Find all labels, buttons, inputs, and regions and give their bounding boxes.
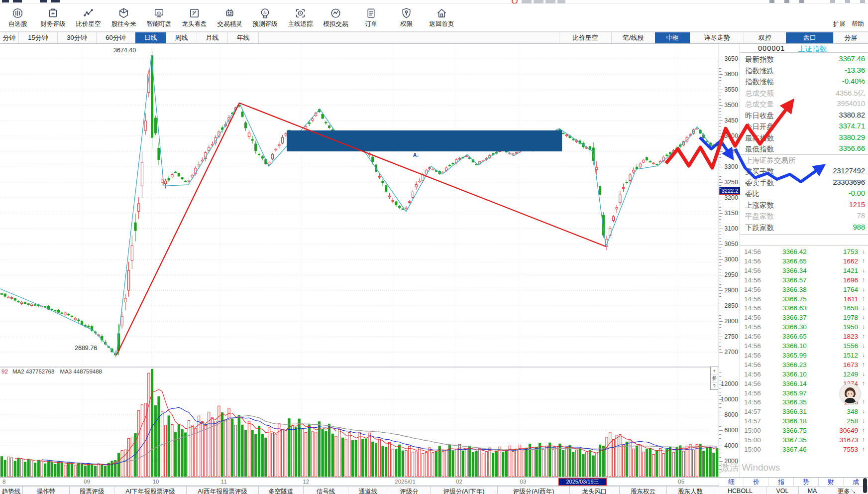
mini-tab-财[interactable]: 财 <box>818 478 843 486</box>
mode-tab-笔/线段[interactable]: 笔/线段 <box>611 32 655 43</box>
indicator-tab-通道线[interactable]: 通道线 <box>348 487 388 494</box>
mode-tab-双控[interactable]: 双控 <box>744 32 786 43</box>
indicator-tab-信号线[interactable]: 信号线 <box>304 487 348 494</box>
tick-price: 3366.57 <box>782 276 807 284</box>
toolbar-item-target[interactable]: 主线追踪 <box>283 7 318 28</box>
toolbar-item-watchlist[interactable]: 自选股 <box>0 7 35 28</box>
window-menu-icon[interactable] <box>13 0 22 2</box>
assistant-avatar[interactable] <box>840 383 861 404</box>
toolbar-item-ai[interactable]: AI预测评级 <box>247 7 283 28</box>
timeframe-tab-年线[interactable]: 年线 <box>228 32 259 43</box>
tick-row: 14:563366.301950↓ <box>740 323 868 333</box>
axis-tick <box>719 164 721 164</box>
toolbar-item-perm[interactable]: 权限 <box>389 7 424 28</box>
mini-tab-指[interactable]: 指 <box>768 478 793 486</box>
axis-tick <box>719 62 721 62</box>
axis-tick <box>719 287 721 288</box>
titlebar-bell-icon[interactable] <box>784 0 789 3</box>
indicator-tab-MA[interactable]: MA <box>799 487 826 494</box>
titlebar-user-icon[interactable] <box>769 0 774 3</box>
chart-high-label: 3674.40 <box>113 47 136 54</box>
scrollbar-thumb[interactable] <box>863 478 867 493</box>
indicator-tab-更多↘[interactable]: 更多↘ <box>826 487 868 494</box>
toolbar-item-cube[interactable]: 股往今来 <box>106 7 141 28</box>
tick-volume: 1512 <box>843 352 858 359</box>
quote-row: 指数涨跌-13.36 <box>740 66 868 77</box>
tick-row: 14:563366.381764↓ <box>740 286 868 295</box>
indicator-tab-多空隧道[interactable]: 多空隧道 <box>259 487 304 494</box>
toolbar-item-finance[interactable]: 财务评级 <box>35 7 71 28</box>
mode-tab-详尽走势[interactable]: 详尽走势 <box>690 32 744 43</box>
quote-row: 委比-0.00 <box>740 189 868 200</box>
indicator-tab-HCBOLL[interactable]: HCBOLL <box>714 487 766 494</box>
dragon-icon <box>188 7 201 19</box>
mode-tab-比价星空[interactable]: 比价星空 <box>559 32 611 43</box>
timeframe-tab-60分钟[interactable]: 60分钟 <box>97 32 135 43</box>
tick-price: 3366.14 <box>782 380 807 387</box>
indicator-tab-VOL[interactable]: VOL <box>766 487 799 494</box>
indicator-tab-AI西年报股票评级[interactable]: AI西年报股票评级 <box>187 487 259 494</box>
toolbar-item-dragon[interactable]: 龙头看盘 <box>177 7 212 28</box>
indicator-tab-评级分(AI西年)[interactable]: 评级分(AI西年) <box>498 487 570 494</box>
axis-tick <box>719 324 721 325</box>
tick-price: 3366.63 <box>782 304 807 312</box>
indicator-tab-评级分[interactable]: 评级分 <box>388 487 431 494</box>
indicator-tab-操作带[interactable]: 操作带 <box>23 487 70 494</box>
window-menu-icon[interactable] <box>40 0 47 2</box>
axis-tick <box>719 423 721 423</box>
mini-tab-细[interactable]: 细 <box>719 478 744 486</box>
indicator-tab-股东权云[interactable]: 股东权云 <box>620 487 667 494</box>
tick-time: 14:57 <box>744 408 761 415</box>
mini-tool-+[interactable]: + <box>711 367 718 374</box>
axis-tick <box>719 80 721 81</box>
expand-button[interactable]: 扩展 <box>833 20 846 28</box>
indicator-tab-龙头风口[interactable]: 龙头风口 <box>570 487 620 494</box>
mini-tab-价[interactable]: 价 <box>744 478 768 486</box>
toolbar-item-monitor[interactable]: 智能盯盘 <box>141 7 177 28</box>
mode-tab-分屏[interactable]: 分屏 <box>833 32 868 43</box>
timeframe-tab-分钟[interactable]: 分钟 <box>0 32 19 43</box>
timeframe-tab-日线[interactable]: 日线 <box>135 32 166 43</box>
close-button[interactable] <box>860 0 865 3</box>
toolbar-item-sim[interactable]: 模拟交易 <box>318 7 353 28</box>
window-menu-icon[interactable] <box>2 0 9 2</box>
mode-tab-中枢[interactable]: 中枢 <box>655 32 690 43</box>
toolbar-item-order[interactable]: 订单 <box>353 7 389 28</box>
timeframe-tab-周线[interactable]: 周线 <box>166 32 197 43</box>
quote-row-label: 最新指数 <box>745 55 774 64</box>
indicator-tab-股票评级[interactable]: 股票评级 <box>70 487 114 494</box>
tick-volume: 348 <box>847 408 858 415</box>
timeframe-tab-月线[interactable]: 月线 <box>197 32 228 43</box>
help-button[interactable]: 帮助 <box>852 20 864 28</box>
chart-low-label: 2689.76 <box>75 345 97 352</box>
timeframe-tab-15分钟[interactable]: 15分钟 <box>19 32 58 43</box>
indicator-tab-股东人数[interactable]: 股东人数 <box>667 487 714 494</box>
indicator-tab-评级分(AI下年)[interactable]: 评级分(AI下年) <box>431 487 498 494</box>
target-icon <box>294 7 307 19</box>
timeframe-tab-30分钟[interactable]: 30分钟 <box>58 32 97 43</box>
mini-tool-参[interactable]: 参 <box>711 374 718 382</box>
price-axis-label: 3200 <box>724 194 738 202</box>
indicator-tab-AI下年报股票评级[interactable]: AI下年报股票评级 <box>114 487 187 494</box>
toolbar-item-wizard[interactable]: 交易精灵 <box>212 7 247 28</box>
titlebar-dropdown-icon[interactable] <box>799 0 804 3</box>
price-axis-label: 3550 <box>724 86 738 94</box>
axis-tick <box>719 278 721 278</box>
price-volume-chart[interactable]: 3674.40 2689.76 A↓ 92 MA2 437752768 MA3 … <box>0 44 719 477</box>
mini-tool-?[interactable]: ? <box>711 382 718 389</box>
tick-row: 14:563366.421753↓ <box>740 248 868 257</box>
toolbar-item-home[interactable]: 返回首页 <box>424 7 459 28</box>
axis-tick <box>719 376 721 377</box>
maximize-button[interactable] <box>845 0 850 3</box>
axis-tick <box>719 331 721 331</box>
axis-tick <box>719 157 721 158</box>
tick-direction-icon: ↓ <box>862 417 865 424</box>
monitor-icon <box>153 7 165 19</box>
mode-tab-盘口[interactable]: 盘口 <box>786 32 833 43</box>
indicator-tab-趋势线[interactable]: 趋势线 <box>0 487 23 494</box>
toolbar-item-starsky[interactable]: 比价星空 <box>71 7 106 28</box>
mini-tab-势[interactable]: 势 <box>793 478 818 486</box>
window-menu-icon[interactable] <box>51 0 60 2</box>
axis-tick <box>719 340 721 340</box>
minimize-button[interactable] <box>830 0 835 3</box>
